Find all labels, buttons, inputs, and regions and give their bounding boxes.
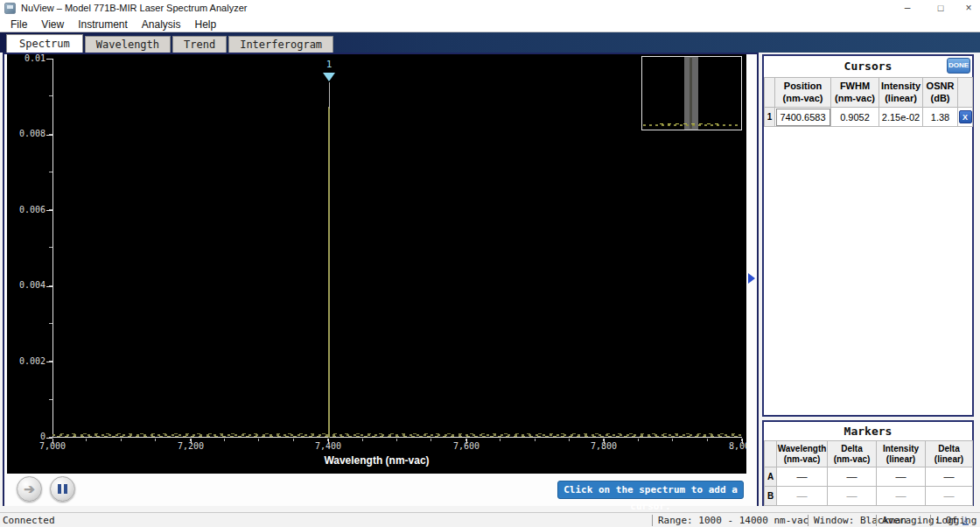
y-axis-minor-ticks xyxy=(49,59,52,439)
delete-cursor-button[interactable]: X xyxy=(959,110,972,123)
spectrum-noise-floor xyxy=(52,436,742,437)
col-osnr: OSNR(dB) xyxy=(923,78,958,108)
menu-file[interactable]: File xyxy=(4,18,34,31)
app-icon xyxy=(4,3,16,14)
overview-inset[interactable] xyxy=(641,56,742,130)
col-position: Position(nm-vac) xyxy=(775,78,831,108)
spectrum-peak xyxy=(328,107,330,438)
close-button[interactable]: × xyxy=(954,0,980,17)
window-title: NuView – Model 771B-MIR Laser Spectrum A… xyxy=(21,3,247,13)
spectrum-chart[interactable]: 0.01 0.008 0.006 0.004 0.002 0 7,000 7,2… xyxy=(7,54,746,474)
x-axis-title: Wavelength (nm-vac) xyxy=(7,454,746,467)
tab-wavelength[interactable]: Wavelength xyxy=(85,36,171,53)
marker-b-delta-nm[interactable]: — xyxy=(828,487,877,506)
cursors-panel: Cursors DONE Position(nm-vac) FWHM(nm-va… xyxy=(762,54,974,417)
col-wavelength: Wavelength(nm-vac) xyxy=(777,441,828,467)
play-button[interactable]: ➔ xyxy=(17,476,42,502)
col-intensity-linear: Intensity(linear) xyxy=(877,441,926,467)
marker-a-intensity[interactable]: — xyxy=(877,467,926,487)
markers-table: Wavelength(nm-vac) Delta(nm-vac) Intensi… xyxy=(764,440,973,506)
tab-trend[interactable]: Trend xyxy=(172,36,227,53)
marker-b-intensity[interactable]: — xyxy=(877,487,926,506)
x-tick-label: 7,200 xyxy=(164,441,217,451)
y-tick-label: 0 xyxy=(7,432,46,441)
marker-row-b: B — — — — xyxy=(765,487,973,506)
markers-panel-title: Markers xyxy=(764,422,972,440)
done-button[interactable]: DONE xyxy=(947,58,970,74)
x-axis-minor-ticks xyxy=(52,439,743,441)
cursors-corner-cell xyxy=(765,78,775,108)
y-tick-label: 0.002 xyxy=(7,356,46,366)
play-arrow-icon: ➔ xyxy=(24,482,35,495)
marker-b-index: B xyxy=(765,487,777,506)
col-delta-linear: Delta(linear) xyxy=(926,441,973,467)
panel-expander-icon[interactable] xyxy=(748,273,755,284)
y-tick-label: 0.004 xyxy=(7,280,46,290)
logging-download-icon[interactable]: ↓ xyxy=(962,515,969,525)
col-delete xyxy=(958,78,973,108)
y-tick-label: 0.006 xyxy=(7,205,46,214)
overview-noise xyxy=(643,124,740,126)
status-bar: Connected Range: 1000 - 14000 nm-vac Win… xyxy=(0,512,980,527)
x-tick-label: 7,400 xyxy=(302,441,354,451)
cursor-label: 1 xyxy=(325,59,333,70)
cursor-position-value[interactable]: 7400.6583 xyxy=(775,108,831,127)
marker-b-wavelength[interactable]: — xyxy=(777,487,828,506)
overview-peak-line xyxy=(690,58,692,129)
menu-bar: File View Instrument Analysis Help xyxy=(0,17,980,32)
marker-a-delta-linear[interactable]: — xyxy=(926,467,973,487)
marker-a-delta-nm[interactable]: — xyxy=(828,467,877,487)
cursor-intensity-value[interactable]: 2.15e-02 xyxy=(879,108,923,127)
col-intensity: Intensity(linear) xyxy=(879,78,923,108)
menu-view[interactable]: View xyxy=(34,18,71,31)
marker-a-index: A xyxy=(765,467,777,487)
marker-b-delta-linear[interactable]: — xyxy=(926,487,973,506)
cursor-row-index: 1 xyxy=(765,108,775,127)
status-logging: Logging xyxy=(930,515,976,526)
cursor-osnr-value[interactable]: 1.38 xyxy=(923,108,958,127)
minimize-button[interactable]: – xyxy=(892,0,922,17)
col-fwhm: FWHM(nm-vac) xyxy=(831,78,879,108)
y-tick-label: 0.01 xyxy=(7,54,46,63)
tab-interferogram[interactable]: Interferogram xyxy=(228,36,333,53)
plot-area[interactable] xyxy=(52,59,742,438)
tab-spectrum[interactable]: Spectrum xyxy=(6,34,83,53)
title-bar: NuView – Model 771B-MIR Laser Spectrum A… xyxy=(0,0,980,17)
cursor-marker-icon[interactable] xyxy=(323,73,335,81)
status-connection: Connected xyxy=(3,515,55,526)
status-averaging: Averaging: Of xyxy=(876,515,928,526)
marker-row-a: A — — — — xyxy=(765,467,973,487)
status-range: Range: 1000 - 14000 nm-vac xyxy=(652,515,808,526)
cursors-panel-title: Cursors xyxy=(764,56,972,77)
pause-icon xyxy=(58,484,67,494)
cursor-line[interactable] xyxy=(329,82,330,109)
col-delta-nm: Delta(nm-vac) xyxy=(828,441,877,467)
cursors-table: Position(nm-vac) FWHM(nm-vac) Intensity(… xyxy=(764,77,973,127)
hint-message: Click on the spectrum to add a cursor. xyxy=(557,481,744,499)
maximize-button[interactable]: □ xyxy=(926,0,956,17)
x-tick-label: 8,000 xyxy=(716,441,746,451)
menu-analysis[interactable]: Analysis xyxy=(135,18,188,31)
markers-corner-cell xyxy=(765,441,777,467)
tab-bar: Spectrum Wavelength Trend Interferogram xyxy=(0,32,980,53)
marker-a-wavelength[interactable]: — xyxy=(777,467,828,487)
pause-button[interactable] xyxy=(50,476,75,502)
main-content: 0.01 0.008 0.006 0.004 0.002 0 7,000 7,2… xyxy=(0,53,980,512)
overview-noise xyxy=(660,123,721,124)
x-tick-label: 7,000 xyxy=(26,441,79,451)
cursor-row: 1 7400.6583 0.9052 2.15e-02 1.38 X xyxy=(765,108,973,127)
x-tick-label: 7,600 xyxy=(440,441,493,451)
y-tick-label: 0.008 xyxy=(7,129,46,138)
menu-help[interactable]: Help xyxy=(188,18,224,31)
cursor-delete-cell: X xyxy=(958,108,973,127)
x-tick-label: 7,800 xyxy=(578,441,630,451)
menu-instrument[interactable]: Instrument xyxy=(71,18,135,31)
markers-panel: Markers Wavelength(nm-vac) Delta(nm-vac)… xyxy=(762,420,974,506)
cursor-fwhm-value[interactable]: 0.9052 xyxy=(831,108,879,127)
